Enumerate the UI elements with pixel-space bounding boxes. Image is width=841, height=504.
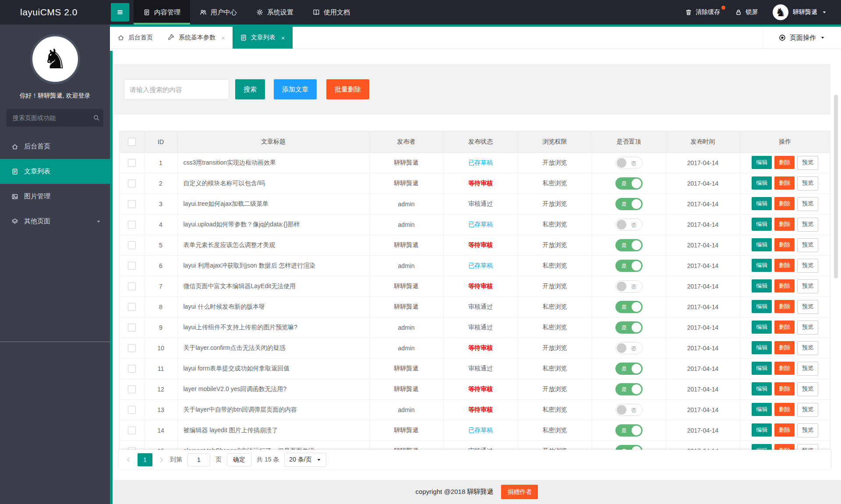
row-checkbox[interactable]	[128, 262, 136, 270]
preview-button[interactable]: 预览	[797, 321, 818, 335]
batch-delete-button[interactable]: 批量删除	[326, 79, 369, 99]
delete-button[interactable]: 删除	[774, 279, 795, 293]
close-icon[interactable]: ×	[281, 34, 285, 42]
delete-button[interactable]: 删除	[774, 176, 795, 190]
sidebar-item-3[interactable]: 图片管理	[0, 184, 110, 209]
top-toggle[interactable]: 是	[615, 301, 643, 313]
edit-button[interactable]: 编辑	[752, 259, 772, 272]
top-toggle[interactable]: 否	[615, 157, 643, 169]
edit-button[interactable]: 编辑	[752, 403, 772, 416]
row-checkbox[interactable]	[128, 241, 136, 249]
delete-button[interactable]: 删除	[774, 218, 795, 231]
hamburger-button[interactable]	[111, 3, 129, 21]
row-checkbox[interactable]	[128, 159, 136, 167]
select-all-checkbox[interactable]	[128, 138, 136, 146]
delete-button[interactable]: 删除	[774, 382, 795, 395]
sidebar-item-2[interactable]: 文章列表	[0, 159, 110, 184]
edit-button[interactable]: 编辑	[752, 218, 772, 231]
top-toggle[interactable]: 是	[615, 239, 643, 251]
preview-button[interactable]: 预览	[797, 238, 818, 252]
row-checkbox[interactable]	[128, 426, 136, 434]
preview-button[interactable]: 预览	[797, 197, 818, 211]
sidebar-item-1[interactable]: 后台首页	[0, 134, 110, 159]
row-checkbox[interactable]	[128, 324, 136, 331]
preview-button[interactable]: 预览	[797, 156, 818, 170]
top-toggle[interactable]: 是	[615, 383, 643, 395]
tab-1[interactable]: 后台首页	[110, 27, 160, 49]
top-toggle[interactable]: 是	[615, 198, 643, 210]
preview-button[interactable]: 预览	[797, 176, 818, 190]
edit-button[interactable]: 编辑	[752, 321, 772, 334]
sidebar-item-4[interactable]: 其他页面	[0, 209, 110, 234]
row-checkbox[interactable]	[128, 303, 136, 311]
tab-3[interactable]: 文章列表×	[233, 27, 293, 49]
search-icon[interactable]	[93, 114, 100, 121]
goto-page-input[interactable]	[187, 453, 210, 466]
edit-button[interactable]: 编辑	[752, 382, 772, 395]
preview-button[interactable]: 预览	[797, 423, 818, 437]
row-checkbox[interactable]	[128, 221, 136, 229]
prev-page-button[interactable]	[125, 456, 132, 463]
page-actions-dropdown[interactable]: 页面操作	[763, 27, 841, 49]
edit-button[interactable]: 编辑	[752, 238, 772, 251]
edit-button[interactable]: 编辑	[752, 176, 772, 190]
top-toggle[interactable]: 是	[615, 260, 643, 272]
topnav-item-4[interactable]: 使用文档	[303, 0, 360, 25]
edit-button[interactable]: 编辑	[752, 156, 772, 169]
topnav-item-3[interactable]: 系统设置	[247, 0, 303, 25]
lock-screen-button[interactable]: 锁屏	[735, 8, 758, 16]
top-toggle[interactable]: 是	[615, 363, 643, 375]
delete-button[interactable]: 删除	[774, 156, 795, 169]
edit-button[interactable]: 编辑	[752, 300, 772, 313]
current-page-button[interactable]: 1	[138, 453, 152, 466]
row-checkbox[interactable]	[128, 365, 136, 373]
search-button[interactable]: 搜索	[235, 79, 265, 99]
edit-button[interactable]: 编辑	[752, 279, 772, 293]
row-checkbox[interactable]	[128, 180, 136, 187]
edit-button[interactable]: 编辑	[752, 197, 772, 210]
delete-button[interactable]: 删除	[774, 423, 795, 437]
top-toggle[interactable]: 是	[615, 321, 643, 334]
delete-button[interactable]: 删除	[774, 321, 795, 334]
preview-button[interactable]: 预览	[797, 218, 818, 232]
delete-button[interactable]: 删除	[774, 197, 795, 210]
row-checkbox[interactable]	[128, 344, 136, 352]
search-input[interactable]	[124, 79, 229, 99]
delete-button[interactable]: 删除	[774, 300, 795, 313]
sidebar-search-input[interactable]	[12, 114, 93, 122]
top-toggle[interactable]: 是	[615, 177, 643, 190]
top-toggle[interactable]: 是	[615, 424, 643, 437]
close-icon[interactable]: ×	[221, 34, 225, 42]
preview-button[interactable]: 预览	[797, 279, 818, 293]
next-page-button[interactable]	[158, 456, 165, 463]
delete-button[interactable]: 删除	[774, 403, 795, 416]
topnav-item-1[interactable]: 内容管理	[134, 0, 190, 25]
tab-2[interactable]: 系统基本参数×	[160, 27, 233, 49]
edit-button[interactable]: 编辑	[752, 362, 772, 375]
clear-cache-button[interactable]: 清除缓存	[685, 8, 720, 16]
top-toggle[interactable]: 否	[615, 219, 643, 231]
top-toggle[interactable]: 否	[615, 404, 643, 416]
edit-button[interactable]: 编辑	[752, 341, 772, 354]
row-checkbox[interactable]	[128, 385, 136, 393]
scrollbar-thumb[interactable]	[834, 95, 838, 278]
add-article-button[interactable]: 添加文章	[274, 79, 317, 99]
goto-confirm-button[interactable]: 确定	[227, 453, 251, 466]
page-size-select[interactable]: 20 条/页	[284, 453, 326, 467]
row-checkbox[interactable]	[128, 282, 136, 290]
topnav-item-2[interactable]: 用户中心	[190, 0, 247, 25]
top-toggle[interactable]: 否	[615, 342, 643, 354]
edit-button[interactable]: 编辑	[752, 423, 772, 437]
preview-button[interactable]: 预览	[797, 259, 818, 273]
user-menu[interactable]: ♞ 驊驊龔遞	[773, 4, 827, 20]
preview-button[interactable]: 预览	[797, 300, 818, 314]
donate-button[interactable]: 捐赠作者	[501, 485, 538, 499]
row-checkbox[interactable]	[128, 200, 136, 208]
preview-button[interactable]: 预览	[797, 403, 818, 417]
preview-button[interactable]: 预览	[797, 382, 818, 396]
preview-button[interactable]: 预览	[797, 362, 818, 376]
top-toggle[interactable]: 否	[615, 280, 643, 293]
delete-button[interactable]: 删除	[774, 362, 795, 375]
delete-button[interactable]: 删除	[774, 341, 795, 354]
delete-button[interactable]: 删除	[774, 238, 795, 251]
